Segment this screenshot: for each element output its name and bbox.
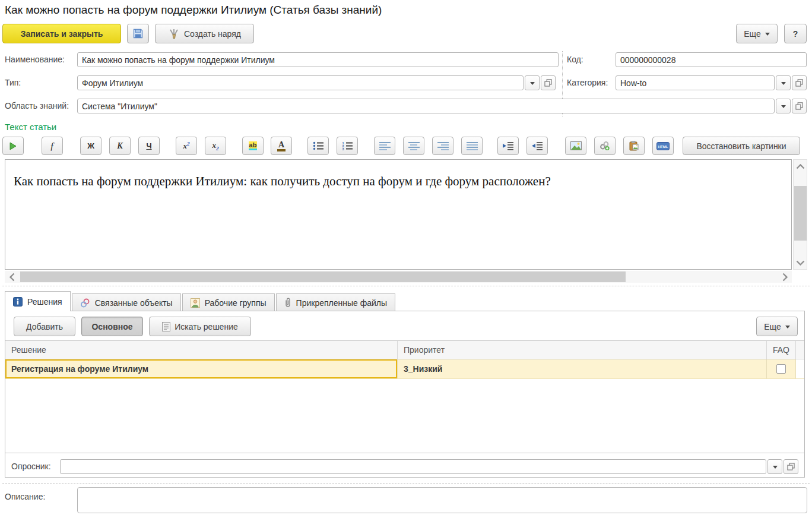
insert-link-button[interactable] (594, 137, 616, 155)
indent-decrease-button[interactable] (526, 137, 548, 155)
type-label: Тип: (5, 75, 21, 90)
bulleted-list-icon (313, 141, 324, 150)
category-dropdown-button[interactable] (776, 75, 791, 90)
questionnaire-open-button[interactable] (784, 459, 798, 474)
editor-toolbar: ƒ Ж К Ч x2 x2 ab A 1 2 3 (0, 137, 812, 155)
more-button-solutions[interactable]: Еще (756, 317, 798, 336)
name-label: Наименование: (5, 52, 65, 67)
work-groups-icon (191, 298, 200, 308)
article-text-editor[interactable]: Как попасть на форум поддержки Итилиум: … (5, 159, 792, 270)
info-icon (13, 297, 23, 307)
scrollbar-thumb[interactable] (794, 186, 807, 241)
save-button[interactable] (127, 24, 149, 43)
questionnaire-label: Опросник: (11, 459, 51, 474)
tab-label: Решения (27, 297, 62, 307)
type-input[interactable] (77, 75, 524, 90)
scroll-left-icon[interactable] (7, 271, 17, 283)
paperclip-icon (284, 298, 291, 308)
linked-objects-icon (80, 298, 90, 308)
type-open-button[interactable] (541, 75, 556, 90)
column-header-priority[interactable]: Приоритет (398, 341, 767, 359)
subscript-button[interactable]: x2 (205, 137, 226, 155)
font-color-button[interactable]: A (271, 137, 292, 155)
highlight-color-button[interactable]: ab (242, 137, 264, 155)
align-right-button[interactable] (432, 137, 453, 155)
italic-button[interactable]: К (109, 137, 131, 155)
column-header-solution[interactable]: Решение (5, 341, 398, 359)
tab-attached-files[interactable]: Прикрепленные файлы (276, 293, 395, 311)
bulleted-list-button[interactable] (307, 137, 329, 155)
knowledge-base-article-window: { "window": { "title": "Как можно попаст… (0, 0, 812, 518)
formula-button[interactable]: ƒ (42, 137, 63, 155)
main-button[interactable]: Основное (81, 317, 143, 336)
type-dropdown-button[interactable] (525, 75, 540, 90)
save-and-close-label: Записать и закрыть (21, 29, 103, 39)
column-header-faq[interactable]: FAQ (767, 341, 796, 359)
tab-linked-objects[interactable]: Связанные объекты (72, 293, 181, 311)
description-label: Описание: (5, 489, 45, 504)
help-label: ? (793, 29, 798, 39)
align-left-button[interactable] (374, 137, 395, 155)
align-center-button[interactable] (403, 137, 424, 155)
paste-icon (629, 141, 639, 151)
align-right-icon (437, 142, 449, 150)
numbered-list-button[interactable]: 1 2 3 (337, 137, 358, 155)
more-label: Еще (744, 29, 761, 39)
save-and-close-button[interactable]: Записать и закрыть (2, 24, 121, 43)
questionnaire-input[interactable] (60, 459, 766, 474)
underline-button[interactable]: Ч (138, 137, 160, 155)
scroll-up-icon[interactable] (794, 162, 807, 170)
scroll-down-icon[interactable] (794, 258, 807, 267)
more-button-top[interactable]: Еще (736, 24, 778, 43)
chevron-down-icon (765, 33, 770, 38)
tab-solutions[interactable]: Решения (5, 291, 71, 311)
cell-solution[interactable]: Регистрация на форуме Итилиум (5, 359, 398, 378)
superscript-button[interactable]: x2 (176, 137, 197, 155)
scrollbar-thumb[interactable] (20, 271, 626, 282)
add-link-icon (600, 141, 610, 151)
cell-priority[interactable]: 3_Низкий (398, 359, 767, 378)
article-horizontal-scrollbar[interactable] (5, 271, 792, 283)
cell-faq (767, 359, 796, 378)
solutions-table: Решение Приоритет FAQ Регистрация на фор… (5, 340, 804, 453)
category-open-button[interactable] (792, 75, 807, 90)
underline-icon: Ч (146, 141, 151, 150)
help-button[interactable]: ? (784, 24, 807, 43)
knowledge-area-open-button[interactable] (792, 99, 807, 113)
restore-pictures-button[interactable]: Восстановить картинки (683, 137, 800, 155)
html-source-button[interactable]: HTML (652, 137, 674, 155)
search-solution-button[interactable]: Искать решение (149, 317, 251, 336)
indent-decrease-icon (531, 141, 543, 150)
bold-button[interactable]: Ж (80, 137, 102, 155)
indent-increase-icon (502, 141, 514, 150)
indent-increase-button[interactable] (497, 137, 519, 155)
article-vertical-scrollbar[interactable] (793, 159, 807, 270)
svg-text:HTML: HTML (658, 144, 668, 148)
knowledge-area-input[interactable] (77, 99, 775, 113)
add-button[interactable]: Добавить (14, 317, 75, 336)
scroll-right-icon[interactable] (780, 271, 789, 283)
category-input[interactable] (616, 75, 775, 90)
create-order-button[interactable]: Создать наряд (155, 24, 254, 43)
category-label: Категория: (567, 75, 608, 90)
preview-button[interactable] (2, 137, 24, 155)
paste-button[interactable] (623, 137, 645, 155)
font-color-icon: A (277, 140, 286, 151)
knowledge-area-dropdown-button[interactable] (776, 99, 791, 113)
formula-icon: ƒ (50, 140, 55, 152)
code-input[interactable] (616, 52, 807, 67)
align-left-icon (379, 142, 391, 150)
tab-work-groups[interactable]: Рабочие группы (182, 293, 275, 311)
table-row[interactable]: Регистрация на форуме Итилиум 3_Низкий (5, 359, 804, 379)
name-input[interactable] (77, 52, 559, 67)
insert-image-button[interactable] (565, 137, 586, 155)
tab-bar: Решения Связанные объекты Рабочие группы… (5, 291, 397, 311)
description-textarea[interactable] (77, 487, 807, 513)
faq-checkbox[interactable] (776, 364, 786, 374)
justify-button[interactable] (461, 137, 483, 155)
table-header-filler (796, 341, 804, 359)
page-title: Как можно попасть на форум поддержки Ити… (5, 4, 382, 17)
superscript-icon: x2 (183, 141, 190, 151)
questionnaire-dropdown-button[interactable] (767, 459, 782, 474)
article-text: Как попасть на форум поддержки Итилиум: … (14, 174, 783, 189)
